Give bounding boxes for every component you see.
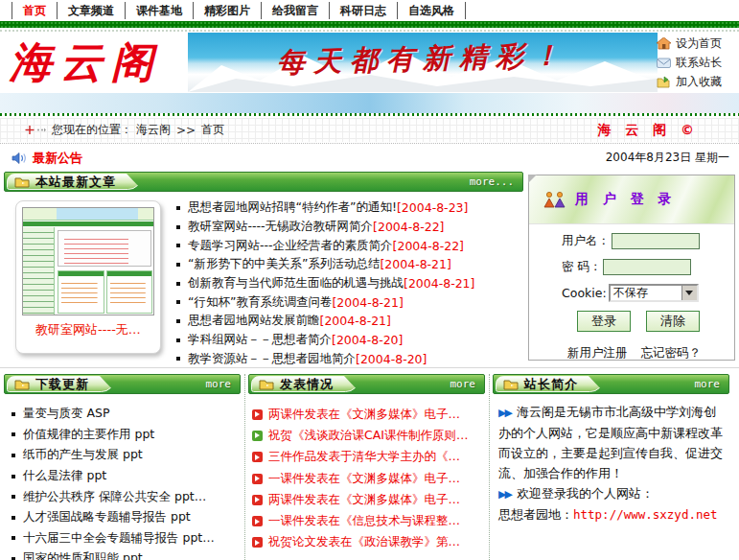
download-list-item[interactable]: 维护公共秩序 保障公共安全 ppt… — [12, 486, 241, 507]
article-list-item[interactable]: 创新教育与当代师范生面临的机遇与挑战 [2004-8-21] — [176, 274, 474, 293]
latest-articles-header: 本站最新文章 more... — [4, 172, 523, 192]
publication-title: 祝贺论文发表在《政治课教学》第… — [268, 534, 460, 550]
site-url-link[interactable]: http://www.sxzyd.net — [573, 507, 718, 522]
download-list-item[interactable]: 价值规律的主要作用 ppt — [12, 425, 241, 446]
thumbnail-preview — [22, 207, 154, 315]
section-tab: 本站最新文章 — [7, 174, 142, 190]
article-list: 思想者园地网站招聘“特约作者”的通知! [2004-8-23] 教研室网站---… — [176, 198, 474, 368]
thumbnail-navbar — [23, 222, 153, 226]
site-stamp: 海 云 阁 © — [597, 122, 699, 139]
folder-icon — [14, 176, 30, 188]
bullet-icon — [12, 412, 15, 416]
article-list-item[interactable]: “行知杯”教育系统调查问卷 [2004-8-21] — [176, 292, 474, 312]
article-date: [2004-8-20] — [332, 333, 403, 347]
latest-articles-body: 教研室网站----无… 思想者园地网站招聘“特约作者”的通知! [2004-8-… — [4, 192, 523, 368]
nav-item[interactable]: 精彩图片 — [193, 2, 261, 19]
login-title: 用 户 登 录 — [575, 191, 677, 208]
login-button[interactable]: 登录 — [577, 311, 631, 332]
download-list-item[interactable]: 国家的性质和职能 ppt — [12, 548, 241, 560]
breadcrumb-prefix: 您现在的位置： — [52, 122, 132, 138]
more-link[interactable]: more... — [470, 175, 514, 188]
downloads-panel: 下载更新 more 量变与质变 ASP 价值规律的主要作用 ppt — [4, 374, 241, 560]
article-date: [2004-8-22] — [393, 239, 464, 253]
breadcrumb: 您现在的位置： 海云阁 >> 首页 海 云 阁 © — [0, 118, 739, 142]
article-list-item[interactable]: 教学资源站－－思想者园地简介 [2004-8-20] — [176, 350, 474, 369]
nav-item[interactable]: 文章频道 — [57, 2, 125, 19]
download-list-item[interactable]: 十六届三中全会专题辅导报告 ppt… — [12, 528, 241, 549]
section-title: 发表情况 — [280, 376, 334, 393]
about-text: 海云阁是无锡市市北高级中学刘海创办的个人网站，它是顺应高中新课程改革而设立的，主… — [498, 405, 723, 480]
nav-item[interactable]: 课件基地 — [125, 2, 193, 19]
publication-item[interactable]: 两课件发表在《文渊多媒体》电子… — [252, 404, 485, 425]
breadcrumb-current-link[interactable]: 首页 — [201, 122, 224, 138]
breadcrumb-separator: >> — [176, 124, 196, 137]
publication-item[interactable]: 祝贺《浅谈政治课CAI课件制作原则… — [252, 425, 485, 446]
download-list-item[interactable]: 纸币的产生与发展 ppt — [12, 445, 241, 466]
article-list-item[interactable]: 教研室网站----无锡政治教研网简介 [2004-8-22] — [176, 218, 474, 237]
register-link[interactable]: 新用户注册 — [567, 345, 628, 362]
double-arrow-icon: ▶▶ — [498, 488, 511, 501]
download-title: 国家的性质和职能 ppt — [23, 550, 143, 560]
quick-links: 设为首页 联系站长 加入收藏 — [657, 34, 735, 91]
site-thumbnail-card[interactable]: 教研室网站----无… — [15, 200, 161, 354]
breadcrumb-site-link[interactable]: 海云阁 — [136, 122, 171, 138]
water-reflection-strip — [0, 93, 739, 113]
article-title: 教研室网站----无锡政治教研网简介 — [188, 219, 373, 235]
article-date: [2004-8-21] — [404, 276, 474, 291]
publication-item[interactable]: 一课件发表在《文渊多媒体》电子… — [252, 468, 485, 489]
thumbnail-caption: 教研室网站----无… — [22, 321, 154, 338]
arrow-square-icon — [252, 409, 263, 420]
site-link-label: 思想者园地： — [498, 507, 573, 522]
publication-item[interactable]: 祝贺论文发表在《政治课教学》第… — [252, 532, 485, 553]
nav-item[interactable]: 给我留言 — [261, 2, 329, 19]
page: 首页 文章频道 课件基地 精彩图片 给我留言 科研日志 自选风格 海云阁 每天都… — [0, 0, 739, 560]
contact-webmaster-link[interactable]: 联系站长 — [657, 53, 735, 72]
publication-title: 两课件发表在《文渊多媒体》电子… — [268, 492, 460, 508]
nav-item[interactable]: 自选风格 — [397, 2, 466, 19]
arrow-square-icon — [252, 516, 263, 526]
article-list-item[interactable]: 学科组网站－－思想者简介 [2004-8-20] — [176, 331, 474, 350]
about-paragraph: ▶▶海云阁是无锡市市北高级中学刘海创办的个人网站，它是顺应高中新课程改革而设立的… — [498, 402, 724, 483]
article-list-item[interactable]: “新形势下的中美关系”系列活动总结 [2004-8-21] — [176, 255, 474, 274]
article-list-item[interactable]: 思想者园地网站发展前瞻 [2004-8-21] — [176, 312, 474, 331]
more-link[interactable]: more — [206, 378, 232, 390]
more-link[interactable]: more — [695, 378, 721, 390]
folder-icon — [259, 379, 274, 390]
bullet-icon — [12, 536, 15, 540]
bullet-icon — [12, 454, 15, 457]
nav-item[interactable]: 科研日志 — [329, 2, 397, 19]
dotted-separator — [0, 143, 739, 144]
download-list-item[interactable]: 什么是法律 ppt — [12, 466, 241, 487]
thumbnail-column — [58, 270, 104, 314]
publication-item[interactable]: 两课件发表在《文渊多媒体》电子… — [252, 489, 485, 510]
publication-title: 三件作品发表于清华大学主办的《… — [268, 449, 460, 465]
double-arrow-icon: ▶▶ — [498, 407, 511, 419]
nav-item[interactable]: 首页 — [12, 2, 57, 19]
download-title: 什么是法律 ppt — [23, 468, 106, 484]
cookie-select[interactable]: 不保存 — [609, 284, 699, 302]
username-input[interactable] — [612, 233, 700, 249]
arrow-square-icon — [252, 452, 263, 462]
forgot-password-link[interactable]: 忘记密码？ — [641, 345, 702, 362]
download-list-item[interactable]: 量变与质变 ASP — [12, 404, 241, 425]
dotted-separator — [0, 30, 739, 32]
article-title: 创新教育与当代师范生面临的机遇与挑战 — [188, 275, 404, 292]
add-favorite-link[interactable]: 加入收藏 — [657, 72, 735, 91]
set-homepage-link[interactable]: 设为首页 — [657, 34, 735, 53]
article-title: 思想者园地网站发展前瞻 — [188, 313, 320, 329]
more-link[interactable]: more — [450, 378, 476, 390]
article-list-item[interactable]: 专题学习网站---企业经营者的素质简介 [2004-8-22] — [176, 236, 474, 255]
article-list-item[interactable]: 思想者园地网站招聘“特约作者”的通知! [2004-8-23] — [176, 198, 474, 218]
about-panel: 站长简介 more ▶▶海云阁是无锡市市北高级中学刘海创办的个人网站，它是顺应高… — [493, 374, 729, 560]
bullet-icon — [12, 475, 15, 478]
publication-item[interactable]: 一课件发表在《信息技术与课程整… — [252, 510, 485, 531]
section-title: 站长简介 — [524, 376, 578, 393]
publication-item[interactable]: 三件作品发表于清华大学主办的《… — [252, 447, 485, 468]
arrow-square-icon — [252, 431, 263, 441]
horizontal-rule — [0, 367, 739, 368]
password-input[interactable] — [603, 259, 691, 275]
contact-webmaster-label: 联系站长 — [676, 55, 722, 71]
clear-button[interactable]: 清除 — [646, 311, 700, 332]
chevron-down-icon[interactable] — [681, 286, 697, 300]
download-list-item[interactable]: 人才强国战略专题辅导报告 ppt — [12, 507, 241, 528]
